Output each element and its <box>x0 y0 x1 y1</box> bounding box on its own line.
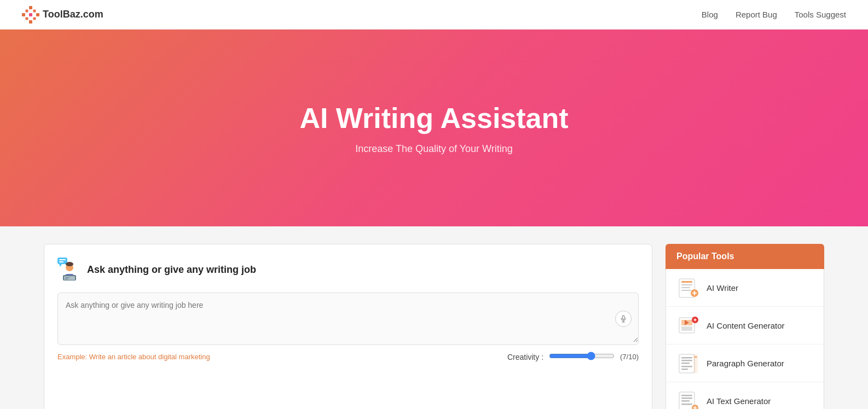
textarea-container <box>57 293 639 345</box>
svg-rect-6 <box>33 9 36 12</box>
svg-rect-46 <box>681 404 692 405</box>
mic-icon <box>620 315 627 323</box>
example-text: Example: Write an article about digital … <box>57 353 210 361</box>
bottom-row: Example: Write an article about digital … <box>57 352 639 362</box>
tool-panel: Ask anything or give any writing job Exa… <box>44 244 652 409</box>
hero-title: AI Writing Assistant <box>299 102 568 135</box>
svg-rect-44 <box>681 398 692 399</box>
svg-rect-37 <box>681 363 690 364</box>
ai-writer-icon <box>677 277 699 299</box>
hero-section: AI Writing Assistant Increase The Qualit… <box>0 30 868 226</box>
tool-heading: Ask anything or give any writing job <box>87 264 256 276</box>
main-content: Ask anything or give any writing job Exa… <box>0 226 868 409</box>
ai-writer-label: AI Writer <box>707 283 738 293</box>
creativity-slider[interactable] <box>549 352 615 360</box>
writing-input[interactable] <box>58 293 638 342</box>
nav-blog[interactable]: Blog <box>702 10 718 19</box>
svg-rect-36 <box>681 360 692 361</box>
creativity-area: Creativity : (7/10) <box>507 352 639 362</box>
logo-icon <box>22 6 39 24</box>
svg-rect-1 <box>22 13 25 16</box>
paragraph-label: Paragraph Generator <box>707 359 784 368</box>
writing-assistant-icon <box>57 258 82 282</box>
svg-rect-24 <box>681 281 692 283</box>
ai-text-icon <box>677 390 699 409</box>
svg-rect-26 <box>681 287 690 288</box>
ai-text-label: AI Text Generator <box>707 396 771 406</box>
svg-rect-18 <box>65 277 70 278</box>
tool-header: Ask anything or give any writing job <box>57 258 639 282</box>
svg-rect-30 <box>681 326 692 331</box>
svg-rect-35 <box>681 357 692 359</box>
sidebar: Popular Tools AI Writer <box>666 244 824 409</box>
svg-rect-4 <box>29 13 32 16</box>
paragraph-icon <box>677 352 699 374</box>
svg-rect-27 <box>681 290 691 291</box>
slider-container <box>549 352 615 362</box>
hero-subtitle: Increase The Quality of Your Writing <box>355 143 513 155</box>
svg-point-14 <box>66 262 73 266</box>
svg-rect-9 <box>57 258 67 264</box>
svg-rect-11 <box>59 259 66 260</box>
ai-content-label: AI Content Generator <box>707 321 785 330</box>
main-nav: Blog Report Bug Tools Suggest <box>702 10 846 19</box>
logo-area[interactable]: ToolBaz.com <box>22 6 103 24</box>
creativity-value: (7/10) <box>620 353 639 361</box>
svg-rect-3 <box>29 20 32 24</box>
tool-item-ai-text[interactable]: AI Text Generator <box>666 382 824 409</box>
svg-rect-19 <box>65 279 68 280</box>
site-header: ToolBaz.com Blog Report Bug Tools Sugges… <box>0 0 868 30</box>
svg-rect-5 <box>26 9 28 12</box>
svg-rect-38 <box>681 366 692 367</box>
svg-rect-20 <box>622 315 624 319</box>
svg-rect-8 <box>33 17 36 20</box>
svg-rect-25 <box>681 284 692 285</box>
nav-tools-suggest[interactable]: Tools Suggest <box>795 10 846 19</box>
popular-tools-header: Popular Tools <box>666 244 824 269</box>
svg-rect-0 <box>29 6 32 9</box>
tools-list: AI Writer AI Content Generator <box>666 269 824 409</box>
tool-item-ai-writer[interactable]: AI Writer <box>666 269 824 307</box>
ai-content-icon <box>677 314 699 336</box>
tool-item-ai-content[interactable]: AI Content Generator <box>666 307 824 344</box>
svg-rect-43 <box>681 395 692 396</box>
svg-marker-10 <box>59 264 62 267</box>
svg-rect-12 <box>59 261 63 262</box>
logo-text: ToolBaz.com <box>43 9 103 20</box>
svg-rect-7 <box>26 17 28 20</box>
svg-rect-45 <box>681 400 690 402</box>
nav-report-bug[interactable]: Report Bug <box>736 10 777 19</box>
svg-rect-39 <box>681 369 688 370</box>
svg-rect-41 <box>694 357 697 358</box>
tool-item-paragraph[interactable]: Paragraph Generator <box>666 344 824 382</box>
mic-button[interactable] <box>615 311 632 327</box>
creativity-label: Creativity : <box>507 353 543 361</box>
svg-rect-2 <box>36 13 39 16</box>
